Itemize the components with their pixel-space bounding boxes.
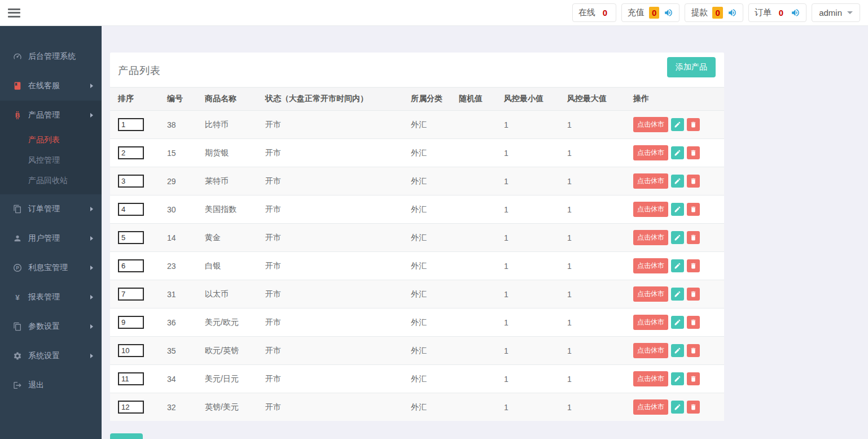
cell-category: 外汇 xyxy=(403,111,451,139)
sort-input[interactable] xyxy=(118,203,144,216)
cell-status: 开市 xyxy=(257,337,403,365)
close-market-button[interactable]: 点击休市 xyxy=(633,258,668,273)
cell-status: 开市 xyxy=(257,167,403,195)
add-product-button[interactable]: 添加产品 xyxy=(667,57,716,77)
close-market-button[interactable]: 点击休市 xyxy=(633,202,668,217)
column-header-3: 状态（大盘正常开市时间内） xyxy=(257,88,403,111)
sidebar-menu: 后台管理系统在线客服B产品管理产品列表风控管理产品回收站订单管理用户管理P利息宝… xyxy=(0,42,102,400)
sidebar-item-orders[interactable]: 订单管理 xyxy=(0,194,102,224)
cell-actions: 点击休市 xyxy=(625,280,724,308)
column-header-4: 所属分类 xyxy=(403,88,451,111)
volume-icon[interactable] xyxy=(791,8,800,18)
cell-sort xyxy=(110,111,159,139)
pencil-icon xyxy=(674,177,681,185)
stat-count-badge: 0 xyxy=(649,7,659,19)
edit-button[interactable] xyxy=(671,175,684,188)
sidebar-item-label: 用户管理 xyxy=(28,233,87,244)
edit-button[interactable] xyxy=(671,146,684,159)
delete-button[interactable] xyxy=(687,259,700,272)
sort-input[interactable] xyxy=(118,118,144,131)
edit-button[interactable] xyxy=(671,372,684,385)
close-market-button[interactable]: 点击休市 xyxy=(633,343,668,358)
delete-button[interactable] xyxy=(687,118,700,131)
delete-button[interactable] xyxy=(687,344,700,357)
delete-button[interactable] xyxy=(687,231,700,244)
edit-button[interactable] xyxy=(671,344,684,357)
sort-input[interactable] xyxy=(118,259,144,272)
sidebar-section-support: 在线客服 xyxy=(0,71,102,101)
close-market-button[interactable]: 点击休市 xyxy=(633,117,668,132)
cell-actions: 点击休市 xyxy=(625,224,724,252)
cell-random xyxy=(451,139,496,167)
edit-button[interactable] xyxy=(671,231,684,244)
menu-toggle-icon[interactable] xyxy=(8,8,20,18)
sidebar-item-users[interactable]: 用户管理 xyxy=(0,224,102,253)
topbar: 在线0充值0提款0订单0 admin xyxy=(0,0,868,26)
edit-button[interactable] xyxy=(671,203,684,216)
cell-risk-max: 1 xyxy=(559,224,625,252)
sidebar-item-label: 在线客服 xyxy=(28,81,87,91)
delete-button[interactable] xyxy=(687,316,700,329)
close-market-button[interactable]: 点击休市 xyxy=(633,230,668,245)
edit-button[interactable] xyxy=(671,316,684,329)
close-market-button[interactable]: 点击休市 xyxy=(633,145,668,160)
delete-button[interactable] xyxy=(687,288,700,301)
stat-label: 在线 xyxy=(578,7,595,18)
sidebar-subitem-product-list[interactable]: 产品列表 xyxy=(0,130,102,150)
cell-risk-min: 1 xyxy=(496,224,559,252)
cell-sort xyxy=(110,195,159,224)
close-market-button[interactable]: 点击休市 xyxy=(633,173,668,189)
user-dropdown[interactable]: admin xyxy=(812,3,860,22)
sidebar-item-system[interactable]: 系统设置 xyxy=(0,341,102,371)
edit-button[interactable] xyxy=(671,259,684,272)
sidebar-item-support[interactable]: 在线客服 xyxy=(0,71,102,101)
cell-risk-max: 1 xyxy=(559,365,625,393)
sidebar-section-params: 参数设置 xyxy=(0,312,102,341)
close-market-button[interactable]: 点击休市 xyxy=(633,399,668,415)
sort-input[interactable] xyxy=(118,401,144,414)
sidebar-item-params[interactable]: 参数设置 xyxy=(0,312,102,341)
sort-submit-button[interactable]: 排序 xyxy=(110,433,143,439)
delete-button[interactable] xyxy=(687,146,700,159)
chevron-right-icon xyxy=(90,84,93,88)
cell-sort xyxy=(110,365,159,393)
edit-button[interactable] xyxy=(671,118,684,131)
cell-id: 15 xyxy=(159,139,197,167)
sidebar-item-logout[interactable]: 退出 xyxy=(0,371,102,400)
sort-input[interactable] xyxy=(118,316,144,329)
cell-random xyxy=(451,252,496,280)
delete-button[interactable] xyxy=(687,401,700,414)
sidebar-item-reports[interactable]: ¥报表管理 xyxy=(0,282,102,312)
sort-input[interactable] xyxy=(118,231,144,244)
edit-button[interactable] xyxy=(671,288,684,301)
cell-id: 14 xyxy=(159,224,197,252)
volume-icon[interactable] xyxy=(727,8,737,18)
delete-button[interactable] xyxy=(687,372,700,385)
svg-text:P: P xyxy=(16,265,19,271)
cell-actions: 点击休市 xyxy=(625,365,724,393)
sidebar-subitem-recycle-bin[interactable]: 产品回收站 xyxy=(0,171,102,191)
cell-name: 英镑/美元 xyxy=(197,393,257,421)
chevron-right-icon xyxy=(90,236,93,241)
cell-risk-min: 1 xyxy=(496,252,559,280)
sidebar-item-interest[interactable]: P利息宝管理 xyxy=(0,253,102,282)
delete-button[interactable] xyxy=(687,203,700,216)
edit-button[interactable] xyxy=(671,401,684,414)
cell-name: 白银 xyxy=(197,252,257,280)
sidebar-item-label: 系统设置 xyxy=(28,351,87,361)
close-market-button[interactable]: 点击休市 xyxy=(633,315,668,330)
close-market-button[interactable]: 点击休市 xyxy=(633,286,668,302)
sort-input[interactable] xyxy=(118,175,144,188)
sort-input[interactable] xyxy=(118,288,144,301)
close-market-button[interactable]: 点击休市 xyxy=(633,371,668,386)
sort-input[interactable] xyxy=(118,344,144,357)
sort-input[interactable] xyxy=(118,372,144,385)
sidebar-item-products[interactable]: B产品管理 xyxy=(0,101,102,130)
sidebar-subitem-risk-control[interactable]: 风控管理 xyxy=(0,150,102,171)
table-row: 35欧元/英镑开市外汇11点击休市 xyxy=(110,337,724,365)
sidebar-item-dashboard[interactable]: 后台管理系统 xyxy=(0,42,102,71)
volume-icon[interactable] xyxy=(664,8,673,18)
sort-input[interactable] xyxy=(118,146,144,159)
book-icon xyxy=(12,81,23,90)
delete-button[interactable] xyxy=(687,175,700,188)
